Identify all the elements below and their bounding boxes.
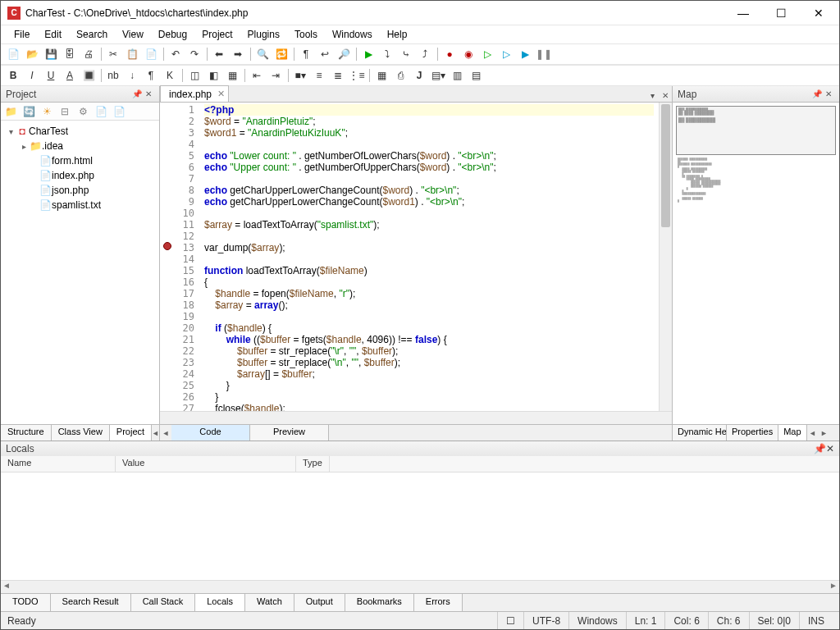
editor-view-preview[interactable]: Preview — [250, 425, 329, 441]
quote-icon[interactable]: K — [161, 66, 179, 84]
new-project-icon[interactable]: 📁 — [4, 105, 17, 118]
editor-view-code[interactable]: Code — [171, 425, 250, 441]
nav-forward-icon[interactable]: ➡ — [229, 45, 247, 63]
heading-icon[interactable]: ↓ — [123, 66, 141, 84]
layout1-icon[interactable]: ▥ — [448, 66, 466, 84]
fill-icon[interactable]: ■▾ — [291, 66, 309, 84]
editor-tab-active[interactable]: index.php ✕ — [160, 85, 229, 102]
pin-icon[interactable]: 📌 — [811, 89, 823, 100]
run-icon[interactable]: ▶ — [359, 45, 377, 63]
panel-close-icon[interactable]: ✕ — [143, 89, 154, 100]
menu-edit[interactable]: Edit — [38, 27, 68, 42]
comment-icon[interactable]: ◫ — [185, 66, 203, 84]
bottom-tab-todo[interactable]: TODO — [1, 594, 51, 611]
left-tab-structure[interactable]: Structure — [1, 425, 52, 441]
align-left-icon[interactable]: ≡ — [310, 66, 328, 84]
bottom-tab-search-result[interactable]: Search Result — [51, 594, 131, 611]
locals-columns[interactable]: NameValueType — [1, 456, 839, 472]
bottom-tab-call-stack[interactable]: Call Stack — [131, 594, 196, 611]
bottom-tab-watch[interactable]: Watch — [245, 594, 294, 611]
refresh-icon[interactable]: 🔄 — [22, 105, 35, 118]
wrap-icon[interactable]: ↩ — [316, 45, 334, 63]
align-center-icon[interactable]: ≣ — [329, 66, 347, 84]
editor-hscrollbar[interactable] — [160, 411, 672, 424]
nav-back-icon[interactable]: ⬅ — [210, 45, 228, 63]
list-icon[interactable]: ⋮≡ — [348, 66, 366, 84]
menu-tools[interactable]: Tools — [288, 27, 324, 42]
uncomment-icon[interactable]: ◧ — [204, 66, 222, 84]
filter-icon[interactable]: 📄 — [94, 105, 107, 118]
pin-icon[interactable]: 📌 — [131, 89, 143, 100]
locals-col-name[interactable]: Name — [1, 456, 116, 472]
code-block-icon[interactable]: ▦ — [223, 66, 241, 84]
layout2-icon[interactable]: ▤ — [467, 66, 485, 84]
bottom-tab-locals[interactable]: Locals — [195, 594, 245, 611]
bold-icon[interactable]: B — [4, 66, 22, 84]
right-tab[interactable]: Properties — [727, 425, 778, 441]
zoom-in-icon[interactable]: 🔎 — [335, 45, 353, 63]
scroll-arrow-icon[interactable]: ◄ — [160, 425, 171, 441]
menu-help[interactable]: Help — [381, 27, 414, 42]
copy-icon[interactable]: 📋 — [123, 45, 141, 63]
status-lineend[interactable]: Windows — [568, 612, 626, 629]
minimap[interactable]: ████ ███████████████ ███ ██████ ████████… — [673, 103, 839, 424]
open-file-icon[interactable]: 📂 — [23, 45, 41, 63]
menu-plugins[interactable]: Plugins — [241, 27, 286, 42]
settings-icon[interactable]: ⚙ — [76, 105, 89, 118]
pin-icon[interactable]: 📌 — [814, 443, 826, 454]
toggle-ws-icon[interactable]: ¶ — [297, 45, 315, 63]
status-ins[interactable]: INS — [799, 612, 833, 629]
close-button[interactable]: ✕ — [800, 1, 838, 25]
sync-icon[interactable]: ☀ — [40, 105, 53, 118]
undo-icon[interactable]: ↶ — [167, 45, 185, 63]
breakpoint-marker[interactable] — [163, 242, 171, 250]
bottom-tab-output[interactable]: Output — [294, 594, 345, 611]
table-icon[interactable]: ▦ — [372, 66, 390, 84]
outdent-icon[interactable]: ⇤ — [248, 66, 266, 84]
maximize-button[interactable]: ☐ — [762, 1, 800, 25]
right-tab[interactable]: Dynamic He... — [673, 425, 727, 441]
find-icon[interactable]: 🔍 — [253, 45, 272, 63]
left-tab-class-view[interactable]: Class View — [52, 425, 110, 441]
tabs-close-icon[interactable]: ✕ — [659, 89, 672, 102]
locals-col-type[interactable]: Type — [296, 456, 330, 472]
link-icon[interactable]: A — [61, 66, 79, 84]
pilcrow-icon[interactable]: ¶ — [142, 66, 160, 84]
panel-close-icon[interactable]: ✕ — [826, 443, 834, 454]
code-editor[interactable]: 1234567891011121314151617181920212223242… — [160, 103, 672, 411]
nbsp-icon[interactable]: nb — [104, 66, 122, 84]
locals-col-value[interactable]: Value — [116, 456, 296, 472]
tree-file[interactable]: 📄json.php — [2, 183, 158, 198]
new-file-icon[interactable]: 📄 — [4, 45, 22, 63]
locals-body[interactable] — [1, 472, 839, 580]
italic-icon[interactable]: I — [23, 66, 41, 84]
tree-file[interactable]: 📄spamlist.txt — [2, 198, 158, 212]
close-tab-icon[interactable]: ✕ — [217, 89, 225, 99]
tab-list-icon[interactable]: ▾ — [646, 89, 659, 102]
print-icon[interactable]: 🖨 — [80, 45, 98, 63]
menu-windows[interactable]: Windows — [326, 27, 379, 42]
breakpoints-icon[interactable]: ◉ — [459, 45, 477, 63]
save-icon[interactable]: 💾 — [42, 45, 60, 63]
project-tree[interactable]: ▾◘ CharTest ▸📁 .idea 📄form.html📄index.ph… — [1, 121, 159, 424]
menu-view[interactable]: View — [116, 27, 150, 42]
redo-icon[interactable]: ↷ — [185, 45, 203, 63]
menu-debug[interactable]: Debug — [152, 27, 194, 42]
step-over-icon[interactable]: ⤵ — [378, 45, 396, 63]
form-icon[interactable]: ⎙ — [391, 66, 409, 84]
tree-file[interactable]: 📄form.html — [2, 153, 158, 168]
underline-icon[interactable]: U — [42, 66, 60, 84]
resume-icon[interactable]: ▶ — [516, 45, 534, 63]
menu-search[interactable]: Search — [70, 27, 114, 42]
tree-file[interactable]: 📄index.php — [2, 168, 158, 183]
collapse-icon[interactable]: ⊟ — [58, 105, 71, 118]
panel-close-icon[interactable]: ✕ — [823, 89, 834, 100]
more-icon[interactable]: ▤▾ — [429, 66, 447, 84]
status-encoding[interactable]: UTF-8 — [523, 612, 568, 629]
scroll-arrow-icon[interactable]: ◄ — [152, 425, 159, 441]
bottom-tab-errors[interactable]: Errors — [414, 594, 463, 611]
script-icon[interactable]: J — [410, 66, 428, 84]
continue-icon[interactable]: ▷ — [478, 45, 496, 63]
paste-icon[interactable]: 📄 — [142, 45, 160, 63]
bottom-hscrollbar[interactable] — [1, 580, 839, 593]
